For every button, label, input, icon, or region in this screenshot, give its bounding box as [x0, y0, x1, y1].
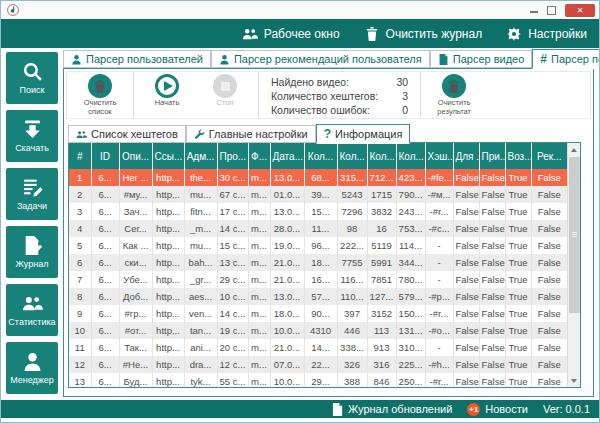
- table-row[interactable]: 46...Сег...http..._m...14 с...m...28.0..…: [69, 220, 567, 237]
- table-cell: dra...: [184, 356, 217, 373]
- table-cell: 116...: [337, 271, 367, 288]
- stat-value-error-count: 0: [384, 104, 408, 118]
- table-cell: 11...: [304, 220, 337, 237]
- table-cell: m...: [248, 373, 270, 388]
- tab-parser-video[interactable]: Парсер видео: [430, 50, 533, 68]
- tab-parser-hashtags[interactable]: # Парсер по хештегам: [532, 49, 600, 69]
- clear-log-button[interactable]: Очистить журнал: [364, 27, 483, 41]
- parser-stats: Найдено видео: 30 Количество хештегов: 3…: [267, 74, 412, 120]
- table-cell: False: [453, 169, 479, 186]
- column-header[interactable]: Ссы...: [152, 143, 184, 169]
- table-cell: 446: [337, 322, 367, 339]
- sidebar-item-search[interactable]: Поиск: [6, 52, 58, 104]
- users-icon: [22, 293, 43, 314]
- tasks-icon: [22, 177, 43, 198]
- table-row[interactable]: 86...Доб...http...aes...10 с...m...13.0.…: [69, 288, 567, 305]
- stop-button[interactable]: Стоп: [200, 74, 250, 108]
- table-cell: fitn...: [184, 203, 217, 220]
- sidebar-item-statistics[interactable]: Статистика: [6, 284, 58, 336]
- table-cell: ani...: [184, 339, 217, 356]
- table-cell: Убе...: [119, 271, 152, 288]
- column-header[interactable]: Для ...: [453, 143, 479, 169]
- news-count-badge: +1: [467, 403, 480, 416]
- table-cell: -: [425, 339, 453, 356]
- app-header-bar: Рабочее окно Очистить журнал Настройки: [1, 19, 599, 48]
- table-row[interactable]: 16...Нег ...http...the...30 с...m...13.0…: [69, 169, 567, 186]
- table-cell: 5991: [367, 254, 396, 271]
- sidebar-item-download[interactable]: Скачать: [6, 110, 58, 162]
- column-header[interactable]: Кол...: [367, 143, 396, 169]
- table-row[interactable]: 106...#от...http...tan...19 с...m...10.0…: [69, 322, 567, 339]
- work-window-button[interactable]: Рабочее окно: [242, 27, 340, 41]
- settings-button[interactable]: Настройки: [506, 27, 587, 41]
- table-cell: 326: [337, 356, 367, 373]
- table-row[interactable]: 126...#Не...http...dra...12 с...m...07.0…: [69, 356, 567, 373]
- subtab-information[interactable]: ? Информация: [316, 124, 411, 144]
- table-row[interactable]: 56...Как ...http...mu...15 с...m...19.0.…: [69, 237, 567, 254]
- table-cell: -: [425, 237, 453, 254]
- vertical-scrollbar[interactable]: [567, 143, 580, 387]
- scroll-down-icon[interactable]: [568, 374, 581, 387]
- clear-list-button[interactable]: Очистить список: [75, 74, 125, 116]
- stop-label: Стоп: [217, 99, 234, 108]
- table-cell: 846: [367, 373, 396, 388]
- table-row[interactable]: 136...Буд...http...tyk...55 с...m...10.0…: [69, 373, 567, 388]
- update-log-button[interactable]: Журнал обновлений: [332, 403, 452, 416]
- column-header[interactable]: Кол...: [337, 143, 367, 169]
- table-cell: mu...: [184, 237, 217, 254]
- table-cell: 5243: [337, 186, 367, 203]
- column-header[interactable]: Адм...: [184, 143, 217, 169]
- table-header-row: #IDОпи...Ссы...Адм...Про...Ф...Дата...Ко…: [69, 143, 567, 169]
- table-cell: 28.0...: [270, 220, 304, 237]
- news-button[interactable]: +1 Новости: [467, 403, 528, 416]
- column-header[interactable]: Кол...: [304, 143, 337, 169]
- sidebar-item-manager[interactable]: Менеджер: [6, 342, 58, 394]
- minimize-button[interactable]: [530, 4, 538, 17]
- column-header[interactable]: При...: [479, 143, 505, 169]
- table-cell: m...: [248, 169, 270, 186]
- table-row[interactable]: 66...ски...http...bah...13 с...m...21.0.…: [69, 254, 567, 271]
- sidebar-item-journal[interactable]: Журнал: [6, 226, 58, 278]
- subtab-main-settings[interactable]: Главные настройки: [186, 125, 316, 143]
- table-cell: 07.0...: [270, 356, 304, 373]
- column-header[interactable]: Хэш...: [425, 143, 453, 169]
- column-header[interactable]: Рек...: [531, 143, 567, 169]
- start-label: Начать: [155, 99, 180, 108]
- table-cell: True: [505, 373, 531, 388]
- table-row[interactable]: 116...Так...http...ani...20 с...m...21.0…: [69, 339, 567, 356]
- column-header[interactable]: Кол...: [396, 143, 425, 169]
- close-button[interactable]: ✕: [565, 4, 595, 17]
- column-header[interactable]: Опи...: [119, 143, 152, 169]
- start-button[interactable]: Начать: [142, 74, 192, 108]
- table-cell: True: [505, 237, 531, 254]
- scroll-up-icon[interactable]: [568, 143, 581, 156]
- sidebar-item-tasks[interactable]: Задачи: [6, 168, 58, 220]
- table-cell: 29...: [304, 373, 337, 388]
- table-cell: 110...: [337, 288, 367, 305]
- table-row[interactable]: 96...#гр...http...ven...14 с...m...18.0.…: [69, 305, 567, 322]
- column-header[interactable]: Дата...: [270, 143, 304, 169]
- table-cell: 39...: [304, 186, 337, 203]
- scrollbar-thumb[interactable]: [569, 157, 580, 313]
- table-cell: 6: [69, 254, 91, 271]
- column-header[interactable]: Воз...: [505, 143, 531, 169]
- maximize-button[interactable]: [547, 4, 556, 17]
- column-header[interactable]: ID: [91, 143, 119, 169]
- table-row[interactable]: 36...Зач...http...fitn...17 с...m...13.0…: [69, 203, 567, 220]
- table-cell: False: [479, 356, 505, 373]
- table-cell: _m...: [184, 220, 217, 237]
- table-cell: True: [505, 322, 531, 339]
- update-log-label: Журнал обновлений: [348, 403, 452, 415]
- tab-parser-users[interactable]: Парсер пользователей: [63, 50, 211, 68]
- subtab-hashtag-list[interactable]: Список хештегов: [68, 125, 186, 143]
- clear-result-button[interactable]: Очистить результат: [429, 74, 479, 116]
- table-cell: tan...: [184, 322, 217, 339]
- column-header[interactable]: #: [69, 143, 91, 169]
- column-header[interactable]: Ф...: [248, 143, 270, 169]
- table-cell: 316: [367, 356, 396, 373]
- table-cell: 1715: [367, 186, 396, 203]
- table-row[interactable]: 26...#му...http...mu...67 с...m...01.0..…: [69, 186, 567, 203]
- column-header[interactable]: Про...: [217, 143, 248, 169]
- tab-parser-recommendations[interactable]: Парсер рекомендаций пользователя: [211, 50, 430, 68]
- table-row[interactable]: 76...Убе...http..._gr...29 с...m...21.0.…: [69, 271, 567, 288]
